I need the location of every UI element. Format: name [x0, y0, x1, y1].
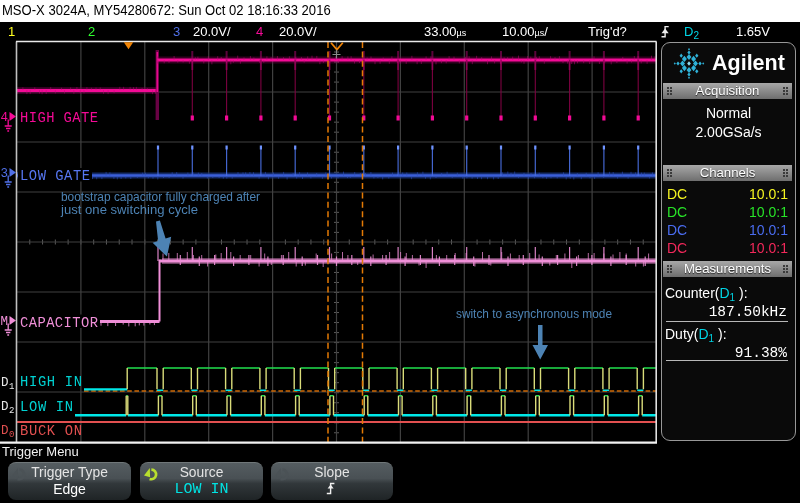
- svg-text:D: D: [1, 376, 9, 390]
- svg-text:0: 0: [9, 430, 14, 440]
- svg-text:HIGH GATE: HIGH GATE: [20, 111, 98, 126]
- svg-text:CAPACITOR: CAPACITOR: [20, 316, 98, 331]
- svg-text:LOW IN: LOW IN: [20, 400, 73, 415]
- svg-text:LOW GATE: LOW GATE: [20, 169, 90, 184]
- svg-text:BUCK ON: BUCK ON: [20, 424, 82, 439]
- svg-text:D: D: [1, 400, 9, 414]
- svg-text:just one switching cycle: just one switching cycle: [60, 202, 198, 217]
- svg-text:HIGH IN: HIGH IN: [20, 375, 82, 390]
- svg-text:D: D: [1, 424, 9, 438]
- svg-text:switch to asynchronous mode: switch to asynchronous mode: [456, 306, 612, 321]
- svg-text:4: 4: [1, 111, 9, 125]
- svg-text:1: 1: [9, 382, 14, 392]
- svg-text:2: 2: [9, 406, 14, 416]
- svg-text:M: M: [1, 315, 9, 329]
- svg-text:3: 3: [1, 167, 9, 181]
